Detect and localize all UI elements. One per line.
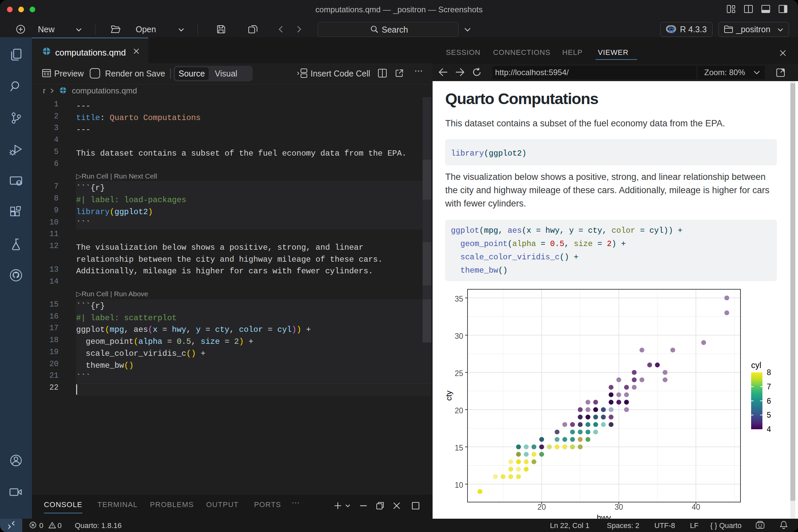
svg-text:40: 40 <box>691 503 700 511</box>
svg-text:6: 6 <box>767 397 771 405</box>
svg-text:20: 20 <box>537 503 546 511</box>
svg-text:8: 8 <box>767 368 771 377</box>
svg-text:5: 5 <box>767 411 771 419</box>
svg-text:cyl: cyl <box>751 360 761 370</box>
svg-text:15: 15 <box>455 443 463 452</box>
svg-text:35: 35 <box>455 294 463 303</box>
svg-text:30: 30 <box>614 503 623 511</box>
svg-text:10: 10 <box>455 481 463 490</box>
svg-text:hwy: hwy <box>597 513 611 519</box>
svg-text:4: 4 <box>767 425 771 434</box>
svg-text:25: 25 <box>455 369 463 378</box>
svg-text:7: 7 <box>767 382 771 391</box>
svg-text:cty: cty <box>444 391 453 401</box>
svg-text:30: 30 <box>455 332 463 341</box>
svg-text:20: 20 <box>455 406 463 415</box>
svg-text:R: R <box>669 26 674 34</box>
